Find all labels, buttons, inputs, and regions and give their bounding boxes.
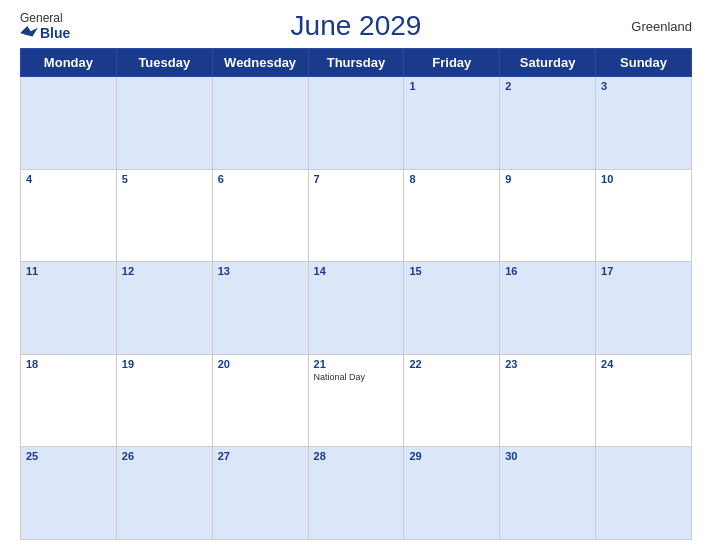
weekday-header-thursday: Thursday xyxy=(308,49,404,77)
calendar-cell: 11 xyxy=(21,262,117,355)
calendar-table: MondayTuesdayWednesdayThursdayFridaySatu… xyxy=(20,48,692,540)
calendar-cell xyxy=(212,77,308,170)
day-number: 19 xyxy=(122,358,207,370)
day-number: 17 xyxy=(601,265,686,277)
day-number: 23 xyxy=(505,358,590,370)
day-number: 9 xyxy=(505,173,590,185)
calendar-week-row: 18192021National Day222324 xyxy=(21,354,692,447)
svg-marker-0 xyxy=(20,26,38,37)
logo: General Blue xyxy=(20,11,70,41)
calendar-cell: 9 xyxy=(500,169,596,262)
day-number: 10 xyxy=(601,173,686,185)
calendar-cell: 23 xyxy=(500,354,596,447)
calendar-cell: 20 xyxy=(212,354,308,447)
calendar-cell: 10 xyxy=(596,169,692,262)
calendar-cell xyxy=(596,447,692,540)
calendar-cell xyxy=(21,77,117,170)
day-number: 11 xyxy=(26,265,111,277)
calendar-cell: 19 xyxy=(116,354,212,447)
calendar-header: General Blue June 2029 Greenland xyxy=(20,10,692,42)
day-number: 2 xyxy=(505,80,590,92)
day-number: 30 xyxy=(505,450,590,462)
logo-general: General xyxy=(20,11,63,25)
weekday-header-row: MondayTuesdayWednesdayThursdayFridaySatu… xyxy=(21,49,692,77)
calendar-cell: 26 xyxy=(116,447,212,540)
calendar-cell: 22 xyxy=(404,354,500,447)
day-number: 6 xyxy=(218,173,303,185)
calendar-cell: 17 xyxy=(596,262,692,355)
day-number: 24 xyxy=(601,358,686,370)
day-number: 12 xyxy=(122,265,207,277)
day-number: 27 xyxy=(218,450,303,462)
day-number: 5 xyxy=(122,173,207,185)
calendar-cell xyxy=(308,77,404,170)
calendar-cell: 4 xyxy=(21,169,117,262)
calendar-cell: 21National Day xyxy=(308,354,404,447)
logo-blue: Blue xyxy=(20,25,70,41)
day-number: 3 xyxy=(601,80,686,92)
calendar-cell: 25 xyxy=(21,447,117,540)
day-number: 4 xyxy=(26,173,111,185)
country-label: Greenland xyxy=(631,19,692,34)
calendar-cell: 2 xyxy=(500,77,596,170)
calendar-cell: 15 xyxy=(404,262,500,355)
calendar-cell: 13 xyxy=(212,262,308,355)
calendar-cell: 14 xyxy=(308,262,404,355)
day-number: 28 xyxy=(314,450,399,462)
day-number: 1 xyxy=(409,80,494,92)
weekday-header-monday: Monday xyxy=(21,49,117,77)
day-number: 14 xyxy=(314,265,399,277)
day-number: 20 xyxy=(218,358,303,370)
calendar-cell: 16 xyxy=(500,262,596,355)
day-number: 16 xyxy=(505,265,590,277)
calendar-cell: 6 xyxy=(212,169,308,262)
calendar-week-row: 123 xyxy=(21,77,692,170)
weekday-header-sunday: Sunday xyxy=(596,49,692,77)
calendar-cell: 8 xyxy=(404,169,500,262)
logo-bird-icon xyxy=(20,26,38,40)
event-label: National Day xyxy=(314,372,399,382)
weekday-header-saturday: Saturday xyxy=(500,49,596,77)
day-number: 7 xyxy=(314,173,399,185)
day-number: 18 xyxy=(26,358,111,370)
day-number: 8 xyxy=(409,173,494,185)
calendar-week-row: 45678910 xyxy=(21,169,692,262)
calendar-week-row: 252627282930 xyxy=(21,447,692,540)
day-number: 13 xyxy=(218,265,303,277)
day-number: 26 xyxy=(122,450,207,462)
calendar-cell xyxy=(116,77,212,170)
calendar-cell: 24 xyxy=(596,354,692,447)
day-number: 21 xyxy=(314,358,399,370)
day-number: 29 xyxy=(409,450,494,462)
calendar-cell: 27 xyxy=(212,447,308,540)
calendar-cell: 12 xyxy=(116,262,212,355)
day-number: 22 xyxy=(409,358,494,370)
day-number: 25 xyxy=(26,450,111,462)
calendar-cell: 1 xyxy=(404,77,500,170)
day-number: 15 xyxy=(409,265,494,277)
calendar-cell: 7 xyxy=(308,169,404,262)
calendar-cell: 29 xyxy=(404,447,500,540)
page-title: June 2029 xyxy=(291,10,422,42)
calendar-cell: 3 xyxy=(596,77,692,170)
calendar-cell: 18 xyxy=(21,354,117,447)
weekday-header-friday: Friday xyxy=(404,49,500,77)
calendar-cell: 30 xyxy=(500,447,596,540)
weekday-header-tuesday: Tuesday xyxy=(116,49,212,77)
calendar-cell: 28 xyxy=(308,447,404,540)
calendar-cell: 5 xyxy=(116,169,212,262)
calendar-week-row: 11121314151617 xyxy=(21,262,692,355)
weekday-header-wednesday: Wednesday xyxy=(212,49,308,77)
